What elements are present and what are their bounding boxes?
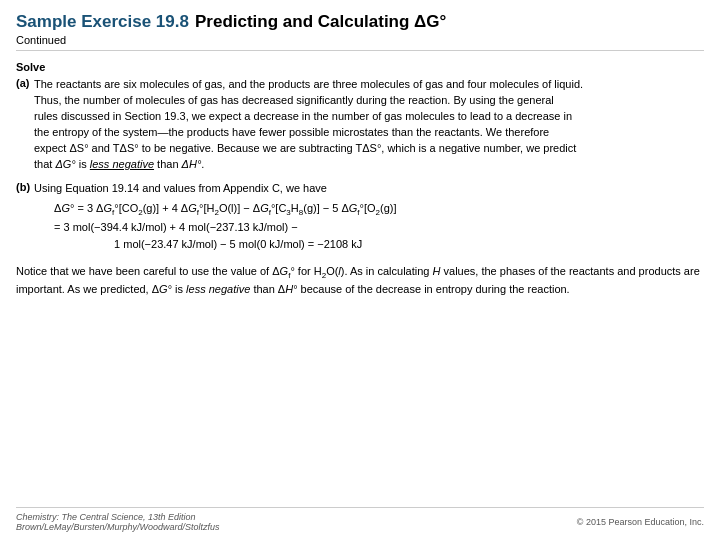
part-b-content: Using Equation 19.14 and values from App…	[34, 181, 704, 257]
page-container: Sample Exercise 19.8 Predicting and Calc…	[0, 0, 720, 540]
title-row: Sample Exercise 19.8 Predicting and Calc…	[16, 12, 704, 32]
math-line-1: ΔG° = 3 ΔGf°[CO2(g)] + 4 ΔGf°[H2O(l)] − …	[54, 200, 704, 220]
notice-text: Notice that we have been careful to use …	[16, 265, 700, 295]
part-b-intro: Using Equation 19.14 and values from App…	[34, 182, 327, 194]
footer-section: Chemistry: The Central Science, 13th Edi…	[16, 507, 704, 532]
part-b-block: (b) Using Equation 19.14 and values from…	[16, 181, 704, 257]
footer-right: © 2015 Pearson Education, Inc.	[577, 517, 704, 527]
part-a-text4: the entropy of the system—the products h…	[34, 126, 549, 138]
notice-block: Notice that we have been careful to use …	[16, 264, 704, 298]
header-section: Sample Exercise 19.8 Predicting and Calc…	[16, 12, 704, 51]
part-a-content: The reactants are six molecules of gas, …	[34, 77, 704, 173]
math-block: ΔG° = 3 ΔGf°[CO2(g)] + 4 ΔGf°[H2O(l)] − …	[54, 200, 704, 254]
content-section: Solve (a) The reactants are six molecule…	[16, 55, 704, 507]
part-b-label: (b)	[16, 181, 30, 193]
part-a-label: (a)	[16, 77, 30, 89]
part-a-text2: Thus, the number of molecules of gas has…	[34, 94, 554, 106]
math-delta-g: ΔG° = 3 ΔGf°[CO2(g)] + 4 ΔGf°[H2O(l)] − …	[54, 202, 397, 214]
title-blue: Sample Exercise 19.8	[16, 12, 189, 32]
footer-left: Chemistry: The Central Science, 13th Edi…	[16, 512, 220, 532]
footer-citation-line2: Brown/LeMay/Bursten/Murphy/Woodward/Stol…	[16, 522, 220, 532]
part-a-text6: that ΔG° is less negative than ΔH°.	[34, 158, 204, 170]
part-a-text3: rules discussed in Section 19.3, we expe…	[34, 110, 572, 122]
part-a-text1: The reactants are six molecules of gas, …	[34, 78, 583, 90]
solve-label: Solve	[16, 61, 704, 73]
math-line-2: = 3 mol(−394.4 kJ/mol) + 4 mol(−237.13 k…	[54, 219, 704, 236]
title-black: Predicting and Calculating ΔG°	[195, 12, 446, 32]
part-a-block: (a) The reactants are six molecules of g…	[16, 77, 704, 173]
part-a-text5: expect ΔS° and TΔS° to be negative. Beca…	[34, 142, 576, 154]
math-line-3: 1 mol(−23.47 kJ/mol) − 5 mol(0 kJ/mol) =…	[54, 236, 704, 253]
continued-label: Continued	[16, 34, 704, 46]
footer-citation-line1: Chemistry: The Central Science, 13th Edi…	[16, 512, 196, 522]
